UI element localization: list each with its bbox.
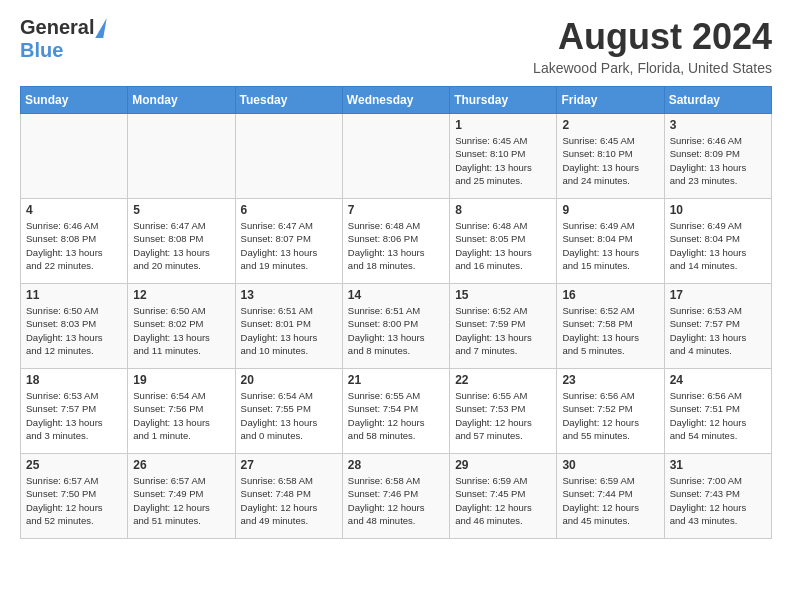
header-day-monday: Monday [128, 87, 235, 114]
day-number: 17 [670, 288, 766, 302]
calendar-cell: 5Sunrise: 6:47 AM Sunset: 8:08 PM Daylig… [128, 199, 235, 284]
day-number: 29 [455, 458, 551, 472]
calendar-cell [21, 114, 128, 199]
calendar-header: SundayMondayTuesdayWednesdayThursdayFrid… [21, 87, 772, 114]
day-info: Sunrise: 6:59 AM Sunset: 7:45 PM Dayligh… [455, 474, 551, 527]
day-info: Sunrise: 6:56 AM Sunset: 7:52 PM Dayligh… [562, 389, 658, 442]
day-number: 15 [455, 288, 551, 302]
day-info: Sunrise: 6:55 AM Sunset: 7:54 PM Dayligh… [348, 389, 444, 442]
day-info: Sunrise: 6:55 AM Sunset: 7:53 PM Dayligh… [455, 389, 551, 442]
calendar-cell: 20Sunrise: 6:54 AM Sunset: 7:55 PM Dayli… [235, 369, 342, 454]
calendar-table: SundayMondayTuesdayWednesdayThursdayFrid… [20, 86, 772, 539]
day-info: Sunrise: 6:49 AM Sunset: 8:04 PM Dayligh… [670, 219, 766, 272]
day-info: Sunrise: 6:50 AM Sunset: 8:03 PM Dayligh… [26, 304, 122, 357]
calendar-cell: 30Sunrise: 6:59 AM Sunset: 7:44 PM Dayli… [557, 454, 664, 539]
day-info: Sunrise: 6:49 AM Sunset: 8:04 PM Dayligh… [562, 219, 658, 272]
day-number: 24 [670, 373, 766, 387]
calendar-cell: 12Sunrise: 6:50 AM Sunset: 8:02 PM Dayli… [128, 284, 235, 369]
header-day-wednesday: Wednesday [342, 87, 449, 114]
day-info: Sunrise: 6:46 AM Sunset: 8:09 PM Dayligh… [670, 134, 766, 187]
calendar-cell: 21Sunrise: 6:55 AM Sunset: 7:54 PM Dayli… [342, 369, 449, 454]
day-info: Sunrise: 6:58 AM Sunset: 7:48 PM Dayligh… [241, 474, 337, 527]
title-section: August 2024 Lakewood Park, Florida, Unit… [533, 16, 772, 76]
calendar-cell [128, 114, 235, 199]
day-number: 30 [562, 458, 658, 472]
day-info: Sunrise: 6:51 AM Sunset: 8:00 PM Dayligh… [348, 304, 444, 357]
calendar-cell: 4Sunrise: 6:46 AM Sunset: 8:08 PM Daylig… [21, 199, 128, 284]
day-info: Sunrise: 6:52 AM Sunset: 7:59 PM Dayligh… [455, 304, 551, 357]
day-number: 28 [348, 458, 444, 472]
calendar-cell: 23Sunrise: 6:56 AM Sunset: 7:52 PM Dayli… [557, 369, 664, 454]
day-info: Sunrise: 6:57 AM Sunset: 7:49 PM Dayligh… [133, 474, 229, 527]
calendar-cell [342, 114, 449, 199]
header-day-saturday: Saturday [664, 87, 771, 114]
calendar-cell: 7Sunrise: 6:48 AM Sunset: 8:06 PM Daylig… [342, 199, 449, 284]
day-info: Sunrise: 6:53 AM Sunset: 7:57 PM Dayligh… [670, 304, 766, 357]
day-number: 23 [562, 373, 658, 387]
day-number: 26 [133, 458, 229, 472]
calendar-cell: 25Sunrise: 6:57 AM Sunset: 7:50 PM Dayli… [21, 454, 128, 539]
day-number: 27 [241, 458, 337, 472]
calendar-cell: 28Sunrise: 6:58 AM Sunset: 7:46 PM Dayli… [342, 454, 449, 539]
day-info: Sunrise: 6:57 AM Sunset: 7:50 PM Dayligh… [26, 474, 122, 527]
day-number: 25 [26, 458, 122, 472]
logo-blue-text: Blue [20, 39, 63, 61]
day-info: Sunrise: 6:46 AM Sunset: 8:08 PM Dayligh… [26, 219, 122, 272]
calendar-cell: 27Sunrise: 6:58 AM Sunset: 7:48 PM Dayli… [235, 454, 342, 539]
header: General Blue August 2024 Lakewood Park, … [20, 16, 772, 76]
calendar-cell: 1Sunrise: 6:45 AM Sunset: 8:10 PM Daylig… [450, 114, 557, 199]
day-number: 7 [348, 203, 444, 217]
header-row: SundayMondayTuesdayWednesdayThursdayFrid… [21, 87, 772, 114]
calendar-body: 1Sunrise: 6:45 AM Sunset: 8:10 PM Daylig… [21, 114, 772, 539]
day-number: 18 [26, 373, 122, 387]
week-row-4: 18Sunrise: 6:53 AM Sunset: 7:57 PM Dayli… [21, 369, 772, 454]
day-info: Sunrise: 6:52 AM Sunset: 7:58 PM Dayligh… [562, 304, 658, 357]
calendar-cell: 31Sunrise: 7:00 AM Sunset: 7:43 PM Dayli… [664, 454, 771, 539]
week-row-1: 1Sunrise: 6:45 AM Sunset: 8:10 PM Daylig… [21, 114, 772, 199]
header-day-friday: Friday [557, 87, 664, 114]
calendar-cell: 19Sunrise: 6:54 AM Sunset: 7:56 PM Dayli… [128, 369, 235, 454]
calendar-cell: 13Sunrise: 6:51 AM Sunset: 8:01 PM Dayli… [235, 284, 342, 369]
logo-text: General [20, 16, 94, 39]
calendar-cell [235, 114, 342, 199]
day-info: Sunrise: 6:59 AM Sunset: 7:44 PM Dayligh… [562, 474, 658, 527]
day-info: Sunrise: 6:54 AM Sunset: 7:56 PM Dayligh… [133, 389, 229, 442]
day-info: Sunrise: 6:58 AM Sunset: 7:46 PM Dayligh… [348, 474, 444, 527]
calendar-cell: 22Sunrise: 6:55 AM Sunset: 7:53 PM Dayli… [450, 369, 557, 454]
week-row-5: 25Sunrise: 6:57 AM Sunset: 7:50 PM Dayli… [21, 454, 772, 539]
calendar-cell: 10Sunrise: 6:49 AM Sunset: 8:04 PM Dayli… [664, 199, 771, 284]
day-number: 6 [241, 203, 337, 217]
day-number: 19 [133, 373, 229, 387]
calendar-cell: 11Sunrise: 6:50 AM Sunset: 8:03 PM Dayli… [21, 284, 128, 369]
calendar-cell: 29Sunrise: 6:59 AM Sunset: 7:45 PM Dayli… [450, 454, 557, 539]
logo: General Blue [20, 16, 105, 62]
calendar-cell: 16Sunrise: 6:52 AM Sunset: 7:58 PM Dayli… [557, 284, 664, 369]
day-info: Sunrise: 6:45 AM Sunset: 8:10 PM Dayligh… [455, 134, 551, 187]
calendar-cell: 6Sunrise: 6:47 AM Sunset: 8:07 PM Daylig… [235, 199, 342, 284]
day-info: Sunrise: 6:56 AM Sunset: 7:51 PM Dayligh… [670, 389, 766, 442]
day-number: 16 [562, 288, 658, 302]
day-info: Sunrise: 6:48 AM Sunset: 8:06 PM Dayligh… [348, 219, 444, 272]
day-number: 22 [455, 373, 551, 387]
day-number: 11 [26, 288, 122, 302]
subtitle: Lakewood Park, Florida, United States [533, 60, 772, 76]
day-info: Sunrise: 7:00 AM Sunset: 7:43 PM Dayligh… [670, 474, 766, 527]
day-number: 8 [455, 203, 551, 217]
calendar-cell: 24Sunrise: 6:56 AM Sunset: 7:51 PM Dayli… [664, 369, 771, 454]
calendar-cell: 9Sunrise: 6:49 AM Sunset: 8:04 PM Daylig… [557, 199, 664, 284]
day-number: 21 [348, 373, 444, 387]
day-info: Sunrise: 6:50 AM Sunset: 8:02 PM Dayligh… [133, 304, 229, 357]
calendar-cell: 8Sunrise: 6:48 AM Sunset: 8:05 PM Daylig… [450, 199, 557, 284]
calendar-cell: 15Sunrise: 6:52 AM Sunset: 7:59 PM Dayli… [450, 284, 557, 369]
day-number: 20 [241, 373, 337, 387]
day-number: 2 [562, 118, 658, 132]
header-day-sunday: Sunday [21, 87, 128, 114]
calendar-cell: 14Sunrise: 6:51 AM Sunset: 8:00 PM Dayli… [342, 284, 449, 369]
day-info: Sunrise: 6:48 AM Sunset: 8:05 PM Dayligh… [455, 219, 551, 272]
day-number: 10 [670, 203, 766, 217]
calendar-cell: 2Sunrise: 6:45 AM Sunset: 8:10 PM Daylig… [557, 114, 664, 199]
calendar-cell: 26Sunrise: 6:57 AM Sunset: 7:49 PM Dayli… [128, 454, 235, 539]
calendar-cell: 3Sunrise: 6:46 AM Sunset: 8:09 PM Daylig… [664, 114, 771, 199]
day-info: Sunrise: 6:45 AM Sunset: 8:10 PM Dayligh… [562, 134, 658, 187]
main-title: August 2024 [533, 16, 772, 58]
